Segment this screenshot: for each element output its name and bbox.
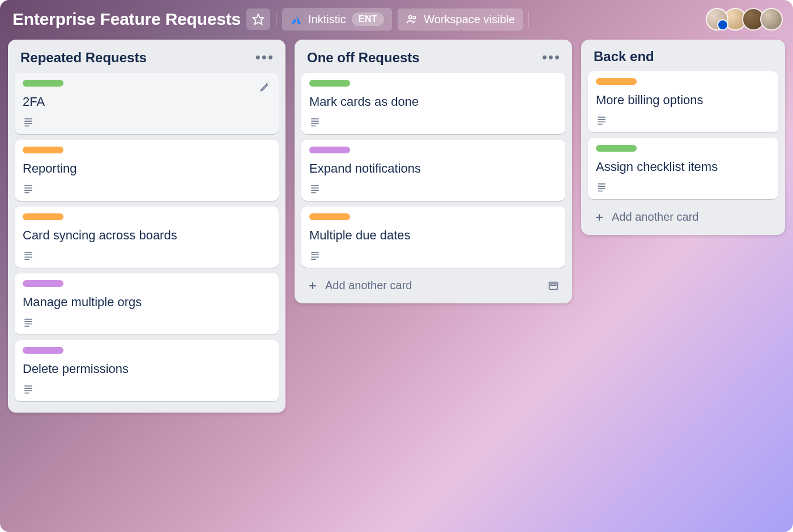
card-label[interactable] — [596, 145, 637, 152]
card-label[interactable] — [309, 147, 350, 153]
list-header: Repeated Requests ••• — [12, 45, 281, 73]
list-back-end: Back end More billing options Assign che… — [581, 40, 785, 235]
svg-marker-0 — [253, 14, 263, 24]
board-header: Enterprise Feature Requests Inktistic EN… — [0, 0, 793, 36]
card-label[interactable] — [23, 347, 63, 354]
description-icon — [309, 116, 557, 127]
card-title: Expand notifications — [309, 161, 557, 176]
create-from-template-button[interactable] — [547, 280, 560, 292]
star-button[interactable] — [246, 8, 270, 30]
card-title: Card syncing across boards — [23, 228, 271, 243]
card[interactable]: Mark cards as done — [301, 73, 565, 134]
card-title: More billing options — [596, 93, 770, 108]
description-icon — [309, 250, 557, 261]
avatar[interactable] — [760, 8, 783, 31]
plus-icon — [307, 280, 318, 291]
lists-container: Repeated Requests ••• 2FA — [0, 36, 793, 424]
atlassian-icon — [290, 13, 302, 25]
card[interactable]: Assign checklist items — [588, 138, 778, 199]
more-icon: ••• — [542, 49, 561, 66]
org-name: Inktistic — [308, 13, 346, 26]
board-title[interactable]: Enterprise Feature Requests — [12, 10, 241, 29]
visibility-label: Workspace visible — [424, 13, 515, 26]
card[interactable]: Manage multiple orgs — [15, 273, 279, 334]
divider — [276, 11, 276, 27]
card-title: Delete permissions — [23, 362, 271, 376]
card[interactable]: Expand notifications — [301, 140, 565, 201]
list-menu-button[interactable]: ••• — [255, 49, 274, 66]
svg-point-1 — [409, 16, 412, 19]
list-header: One off Requests ••• — [299, 45, 568, 73]
svg-rect-38 — [551, 284, 556, 285]
card-label[interactable] — [23, 147, 63, 153]
add-card-label: Add another card — [325, 279, 412, 292]
svg-point-2 — [413, 16, 416, 19]
card[interactable]: More billing options — [588, 71, 778, 132]
list-footer: Add another card — [299, 273, 568, 298]
list-title[interactable]: One off Requests — [307, 50, 420, 66]
description-icon — [23, 250, 271, 261]
more-icon: ••• — [255, 49, 274, 66]
card-label[interactable] — [23, 213, 63, 220]
card-title: 2FA — [23, 95, 271, 109]
list-menu-button[interactable]: ••• — [542, 49, 561, 66]
org-button[interactable]: Inktistic ENT — [282, 8, 392, 31]
card-title: Manage multiple orgs — [23, 295, 271, 310]
description-icon — [596, 181, 770, 192]
plus-icon — [594, 212, 605, 223]
visibility-button[interactable]: Workspace visible — [398, 8, 523, 31]
card[interactable]: Card syncing across boards — [15, 207, 279, 268]
card-title: Reporting — [23, 161, 271, 176]
org-plan-badge: ENT — [352, 12, 385, 26]
card-label[interactable] — [23, 80, 63, 87]
card-title: Assign checklist items — [596, 160, 770, 174]
card[interactable]: 2FA — [15, 73, 279, 134]
description-icon — [23, 116, 271, 127]
description-icon — [23, 183, 271, 194]
list-title[interactable]: Back end — [594, 49, 654, 65]
add-card-button[interactable]: Add another card — [299, 273, 420, 298]
add-card-button[interactable]: Add another card — [586, 205, 781, 229]
add-card-label: Add another card — [612, 211, 698, 224]
card[interactable]: Multiple due dates — [301, 207, 565, 268]
edit-card-button[interactable] — [259, 81, 271, 92]
list-title[interactable]: Repeated Requests — [20, 50, 147, 66]
list-repeated-requests: Repeated Requests ••• 2FA — [8, 40, 285, 413]
card[interactable]: Reporting — [15, 140, 279, 201]
card-title: Multiple due dates — [309, 228, 557, 243]
card-label[interactable] — [596, 78, 637, 85]
board: Enterprise Feature Requests Inktistic EN… — [0, 0, 793, 532]
card-label[interactable] — [309, 80, 350, 87]
board-members[interactable] — [710, 8, 783, 31]
avatar[interactable] — [706, 8, 728, 31]
description-icon — [596, 114, 770, 126]
description-icon — [309, 183, 557, 194]
card-label[interactable] — [309, 213, 350, 220]
pencil-icon — [259, 81, 271, 92]
description-icon — [23, 316, 271, 328]
card[interactable]: Delete permissions — [15, 340, 279, 401]
card-label[interactable] — [23, 280, 63, 287]
template-icon — [547, 280, 560, 292]
description-icon — [23, 383, 271, 394]
card-title: Mark cards as done — [309, 95, 557, 109]
people-icon — [406, 13, 418, 25]
star-icon — [252, 13, 265, 25]
divider — [528, 11, 529, 27]
list-header: Back end — [586, 45, 781, 71]
list-one-off-requests: One off Requests ••• Mark cards as done … — [295, 40, 572, 303]
